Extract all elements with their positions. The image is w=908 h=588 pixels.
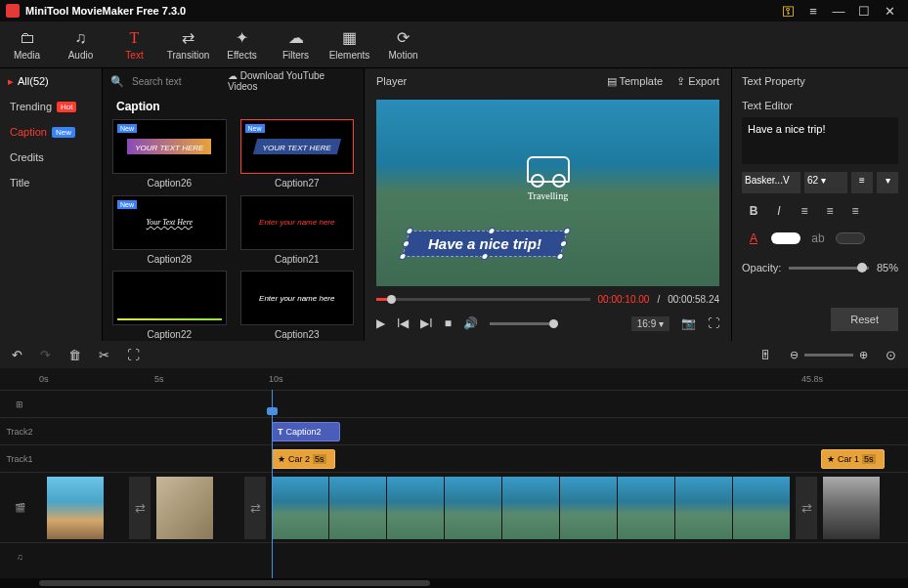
snapshot-button[interactable]: 📷 xyxy=(681,316,696,330)
undo-button[interactable]: ↶ xyxy=(12,348,22,362)
sidebar-item-title[interactable]: Title xyxy=(0,170,102,195)
volume-slider[interactable] xyxy=(490,322,558,325)
caption-thumb[interactable]: Caption22 xyxy=(112,271,227,341)
line-spacing-button[interactable]: ≡ xyxy=(851,172,873,193)
zoom-in-icon[interactable]: ⊕ xyxy=(859,349,868,361)
caption-thumb[interactable]: NewYOUR TEXT HERE Caption26 xyxy=(112,119,227,189)
font-select[interactable]: Basker...V xyxy=(742,172,800,193)
transition-1[interactable]: ⇄ xyxy=(129,477,151,539)
tab-motion[interactable]: ⟳Motion xyxy=(376,21,430,67)
tab-text[interactable]: TText xyxy=(108,21,161,67)
main-toolbar: 🗀Media ♫Audio TText ⇄Transition ✦Effects… xyxy=(0,21,908,68)
playhead[interactable] xyxy=(272,390,273,578)
color-swatch-empty[interactable] xyxy=(836,232,865,244)
audio-icon[interactable]: 🎚 xyxy=(759,348,772,362)
crop-button[interactable]: ⛶ xyxy=(127,348,140,362)
highlight-button[interactable]: ab xyxy=(806,229,830,248)
video-clip-1[interactable] xyxy=(47,477,104,539)
tab-effects[interactable]: ✦Effects xyxy=(215,21,269,67)
opacity-value: 85% xyxy=(877,262,898,273)
audio-track-icon: ♫ xyxy=(0,552,39,562)
fit-button[interactable]: ⊙ xyxy=(886,348,896,362)
opacity-slider[interactable] xyxy=(789,267,869,270)
delete-button[interactable]: 🗑 xyxy=(68,348,81,362)
editor-label: Text Editor xyxy=(742,100,898,111)
redo-button[interactable]: ↷ xyxy=(40,348,51,362)
template-button[interactable]: ▤ Template xyxy=(607,75,664,88)
play-button[interactable]: ▶ xyxy=(376,316,385,330)
sidebar-item-trending[interactable]: TrendingHot xyxy=(0,94,102,119)
add-track-icon[interactable]: ⊞ xyxy=(0,399,39,409)
transition-2[interactable]: ⇄ xyxy=(244,477,266,539)
sidebar-item-credits[interactable]: Credits xyxy=(0,145,102,170)
tab-transition[interactable]: ⇄Transition xyxy=(161,21,215,67)
bold-button[interactable]: B xyxy=(742,201,765,221)
track-2: Track2 TCaption2 xyxy=(0,417,908,444)
video-clip-4[interactable] xyxy=(823,477,880,539)
text-color-button[interactable]: A xyxy=(742,229,765,248)
minimize-icon[interactable]: — xyxy=(826,4,851,19)
titlebar: MiniTool MovieMaker Free 7.3.0 ⚿ ≡ — ☐ ✕ xyxy=(0,0,908,21)
car2-clip[interactable]: ★Car 25s xyxy=(272,449,335,469)
close-icon[interactable]: ✕ xyxy=(877,4,902,19)
player-title: Player xyxy=(376,75,407,87)
layer-track: ⊞ xyxy=(0,390,908,417)
text-input[interactable] xyxy=(742,117,898,164)
current-time: 00:00:10.00 xyxy=(598,294,650,305)
maximize-icon[interactable]: ☐ xyxy=(851,4,877,19)
caption-clip[interactable]: TCaption2 xyxy=(272,422,340,441)
search-input[interactable]: Search text xyxy=(132,76,220,87)
video-clip-3[interactable] xyxy=(272,477,790,539)
tab-elements[interactable]: ▦Elements xyxy=(323,21,376,67)
key-icon[interactable]: ⚿ xyxy=(775,4,800,19)
zoom-out-icon[interactable]: ⊖ xyxy=(790,349,799,361)
fullscreen-button[interactable]: ⛶ xyxy=(708,316,719,330)
export-button[interactable]: ⇪ Export xyxy=(676,75,719,88)
align-center-button[interactable]: ≡ xyxy=(818,201,842,221)
download-youtube-link[interactable]: ☁ Download YouTube Videos xyxy=(228,70,356,92)
search-icon[interactable]: 🔍 xyxy=(110,75,124,88)
caption-thumb[interactable]: Enter your name here Caption23 xyxy=(240,271,355,341)
zoom-control[interactable]: ⊖ ⊕ xyxy=(790,349,868,361)
menu-icon[interactable]: ≡ xyxy=(800,4,826,19)
stop-button[interactable]: ■ xyxy=(445,316,452,330)
player-panel: Player ▤ Template ⇪ Export Travelling Ha… xyxy=(364,68,732,341)
preview-viewport[interactable]: Travelling Have a nice trip! xyxy=(376,100,719,286)
caption-thumb[interactable]: NewYOUR TEXT HERE Caption27 xyxy=(240,119,355,189)
caption-thumb[interactable]: NewYour Text Here Caption28 xyxy=(112,195,227,266)
sidebar-header[interactable]: ▸All(52) xyxy=(0,68,102,94)
italic-button[interactable]: I xyxy=(767,201,791,221)
aspect-select[interactable]: 16:9 ▾ xyxy=(631,316,670,331)
tab-filters[interactable]: ☁Filters xyxy=(269,21,323,67)
app-title: MiniTool MovieMaker Free 7.3.0 xyxy=(25,5,775,17)
caption-overlay[interactable]: Have a nice trip! xyxy=(402,231,567,257)
caption-thumb[interactable]: Enter your name here Caption21 xyxy=(240,195,355,266)
more-button[interactable]: ▾ xyxy=(877,172,898,193)
text-sidebar: ▸All(52) TrendingHot CaptionNew Credits … xyxy=(0,68,103,341)
video-clip-2[interactable] xyxy=(156,477,213,539)
audio-track: ♫ xyxy=(0,542,908,569)
tab-media[interactable]: 🗀Media xyxy=(0,21,54,67)
size-select[interactable]: 62 ▾ xyxy=(804,172,847,193)
timeline-scrollbar[interactable] xyxy=(0,578,908,588)
color-swatch-white[interactable] xyxy=(771,232,800,244)
time-ruler[interactable]: 0s 5s 10s 45.8s xyxy=(0,368,908,390)
sidebar-item-caption[interactable]: CaptionNew xyxy=(0,119,102,145)
playback-progress[interactable] xyxy=(376,298,590,301)
track-1: Track1 ★Car 25s ★Car 15s xyxy=(0,444,908,472)
split-button[interactable]: ✂ xyxy=(99,348,109,362)
prev-button[interactable]: I◀ xyxy=(397,316,409,330)
car-illustration: Travelling xyxy=(519,156,578,201)
transition-3[interactable]: ⇄ xyxy=(796,477,817,539)
timeline: ↶ ↷ 🗑 ✂ ⛶ 🎚 ⊖ ⊕ ⊙ 0s 5s 10s 45.8s ⊞ Trac… xyxy=(0,341,908,588)
align-right-button[interactable]: ≡ xyxy=(843,201,867,221)
reset-button[interactable]: Reset xyxy=(831,308,898,331)
align-left-button[interactable]: ≡ xyxy=(793,201,816,221)
text-property-panel: Text Property Text Editor Basker...V 62 … xyxy=(732,68,908,341)
library-section-title: Caption xyxy=(103,94,364,119)
tab-audio[interactable]: ♫Audio xyxy=(54,21,108,67)
total-time: 00:00:58.24 xyxy=(668,294,719,305)
next-button[interactable]: ▶I xyxy=(420,316,432,330)
volume-icon[interactable]: 🔊 xyxy=(463,316,478,330)
car1-clip[interactable]: ★Car 15s xyxy=(821,449,885,469)
